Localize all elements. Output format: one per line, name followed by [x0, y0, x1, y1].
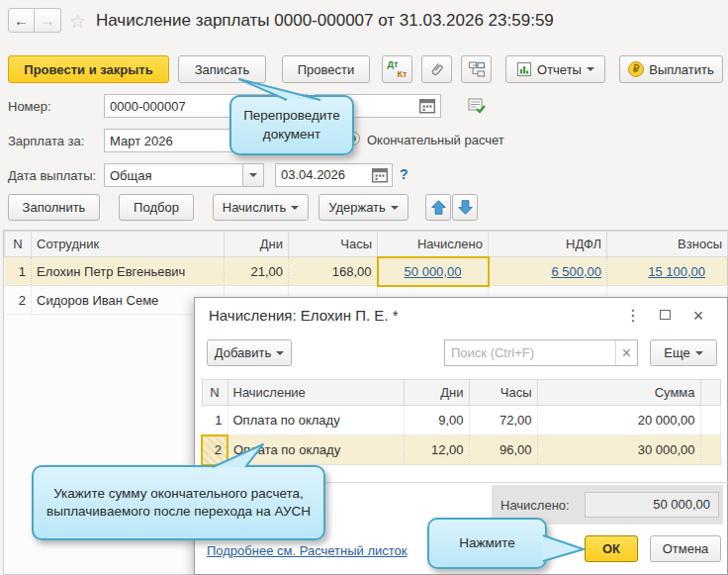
number-label: Номер: [8, 99, 51, 114]
dropdown-caret-icon [695, 351, 703, 359]
calendar-icon[interactable] [418, 97, 436, 115]
list-item[interactable]: 2 Оплата по окладу 12,00 96,00 30 000,00 [202, 435, 720, 465]
repost-callout-tail-icon [226, 73, 334, 103]
cell-hours[interactable]: 168,00 [289, 257, 378, 286]
cell-hours[interactable]: 72,00 [469, 406, 537, 435]
paydate-label: Дата выплаты: [8, 168, 96, 183]
add-button[interactable]: Добавить [207, 339, 292, 366]
period-label: Зарплата за: [8, 134, 84, 148]
deduct-button-label: Удержать [328, 200, 386, 215]
press-callout: Нажмите [427, 518, 547, 569]
menu-dots-icon[interactable]: ⋮ [620, 304, 646, 328]
final-settlement-label[interactable]: Окончательный расчет [367, 133, 504, 147]
col-header-hours[interactable]: Часы [469, 380, 537, 406]
total-value-field: 50 000,00 [585, 492, 719, 518]
final-amount-callout-tail-icon [198, 438, 277, 470]
forward-arrow-icon[interactable]: → [35, 8, 61, 33]
nav-history-group: ← → [8, 8, 61, 33]
deduct-button[interactable]: Удержать [318, 194, 409, 221]
attachments-button[interactable] [421, 55, 452, 83]
cell-n[interactable]: 2 [5, 286, 32, 315]
cell-accrued-selected[interactable]: 50 000,00 [378, 257, 489, 286]
cell-n[interactable]: 1 [5, 257, 32, 286]
col-header-ndfl[interactable]: НДФЛ [489, 232, 607, 257]
paydate-mode-select[interactable] [104, 163, 243, 187]
final-amount-callout: Укажите сумму окончательного расчета, вы… [32, 465, 325, 540]
cell-ndfl[interactable]: 6 500,00 [489, 257, 607, 286]
pay-button-label: Выплатить [649, 62, 714, 77]
dropdown-caret-icon [587, 67, 594, 75]
back-arrow-icon[interactable]: ← [8, 8, 35, 33]
reports-chart-icon [516, 61, 532, 77]
accrued-link[interactable]: 50 000,00 [405, 264, 462, 279]
cell-accrual[interactable]: Оплата по окладу [228, 406, 404, 435]
document-check-icon[interactable] [467, 96, 487, 116]
cell-spacer [700, 435, 720, 465]
cancel-button[interactable]: Отмена [650, 535, 721, 562]
col-header-n[interactable]: N [202, 380, 228, 406]
pay-button[interactable]: ₽ Выплатить [619, 55, 723, 83]
col-header-accrued[interactable]: Начислено [378, 232, 489, 257]
move-up-button[interactable] [425, 194, 451, 221]
repost-callout: Перепроведите документ [229, 95, 354, 155]
add-button-label: Добавить [215, 345, 271, 360]
cell-sum[interactable]: 30 000,00 [537, 435, 700, 465]
post-and-close-button[interactable]: Провести и закрыть [8, 55, 169, 83]
ok-button[interactable]: ОК [585, 535, 638, 562]
payslip-link[interactable]: Подробнее см. Расчетный листок [207, 543, 408, 558]
move-down-button[interactable] [452, 194, 478, 221]
accrue-button[interactable]: Начислить [213, 194, 309, 221]
close-icon[interactable]: × [685, 304, 711, 328]
calendar-icon[interactable] [371, 166, 389, 184]
col-header-days[interactable]: Дни [225, 232, 289, 257]
paydate-mode-caret[interactable] [242, 163, 264, 187]
structure-button[interactable] [461, 55, 492, 83]
total-label: Начислено: [500, 498, 570, 513]
dialog-grid-header-row: N Начисление Дни Часы Сумма [202, 380, 720, 406]
maximize-icon[interactable] [652, 304, 678, 328]
fees-link[interactable]: 15 100,00 [648, 264, 705, 279]
ruble-coin-icon: ₽ [628, 61, 644, 77]
col-header-hours[interactable]: Часы [289, 232, 378, 257]
search-box: × [444, 339, 638, 366]
cell-fees[interactable]: 15 100,00 [607, 257, 728, 286]
col-header-fees[interactable]: Взносы [607, 232, 728, 257]
dtkt-icon: Дт Кт [388, 59, 408, 79]
cell-sum[interactable]: 20 000,00 [537, 406, 700, 435]
col-header-spacer [700, 380, 720, 406]
search-input[interactable] [445, 340, 615, 365]
col-header-sum[interactable]: Сумма [537, 380, 700, 406]
col-header-accrual[interactable]: Начисление [228, 380, 404, 406]
fill-button[interactable]: Заполнить [8, 194, 100, 221]
dropdown-caret-icon [249, 173, 257, 181]
search-clear-icon[interactable]: × [615, 340, 637, 365]
table-row[interactable]: 1 Елохин Петр Евгеньевич 21,00 168,00 50… [5, 257, 728, 286]
structure-icon [468, 60, 486, 78]
paperclip-icon [424, 56, 449, 81]
paydate-input[interactable]: 03.04.2026 [275, 163, 393, 187]
dropdown-caret-icon [276, 351, 284, 359]
reports-button[interactable]: Отчеты [505, 55, 605, 83]
list-item[interactable]: 1 Оплата по окладу 9,00 72,00 20 000,00 [202, 406, 720, 435]
more-button[interactable]: Еще [650, 339, 717, 366]
cell-n[interactable]: 1 [202, 406, 228, 435]
dtkt-postings-button[interactable]: Дт Кт [382, 55, 412, 83]
favorites-star-icon[interactable]: ☆ [69, 10, 86, 33]
reports-button-label: Отчеты [537, 62, 582, 77]
select-button[interactable]: Подбор [119, 194, 194, 221]
cell-days[interactable]: 9,00 [404, 406, 469, 435]
cell-days[interactable]: 21,00 [225, 257, 289, 286]
cell-employee[interactable]: Елохин Петр Евгеньевич [32, 257, 225, 286]
dropdown-caret-icon [291, 206, 299, 214]
dropdown-caret-icon [391, 206, 399, 214]
col-header-n[interactable]: N [5, 232, 32, 257]
col-header-days[interactable]: Дни [404, 380, 469, 406]
cell-days[interactable]: 12,00 [404, 435, 469, 465]
salary-accrual-window: ← → ☆ Начисление зарплаты 0000-000007 от… [0, 0, 728, 575]
cell-hours[interactable]: 96,00 [469, 435, 537, 465]
accrue-button-label: Начислить [223, 200, 286, 215]
col-header-employee[interactable]: Сотрудник [32, 232, 225, 257]
help-icon[interactable]: ? [400, 166, 409, 182]
paydate-value: 03.04.2026 [281, 167, 345, 182]
ndfl-link[interactable]: 6 500,00 [551, 264, 601, 279]
